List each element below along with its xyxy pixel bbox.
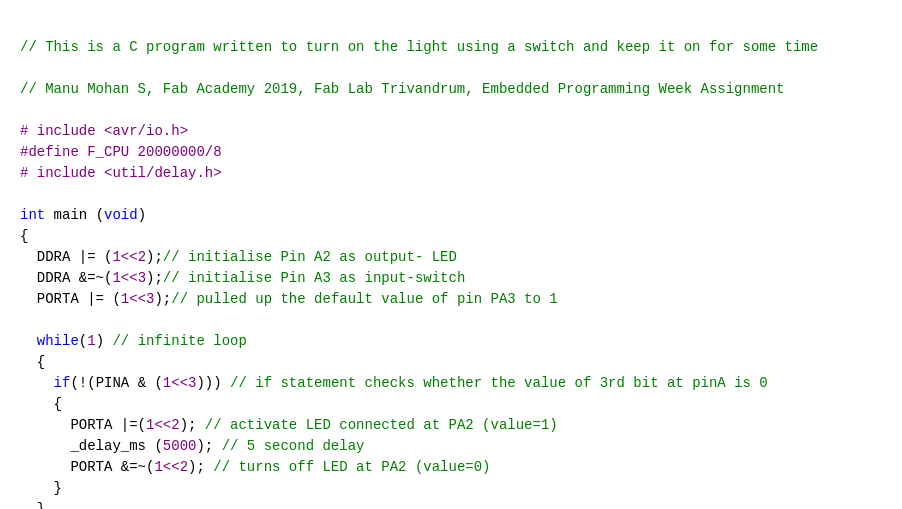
code-line	[20, 310, 882, 331]
plain-text: PORTA |=(	[20, 417, 146, 433]
code-line: PORTA &=~(1<<2); // turns off LED at PA2…	[20, 457, 882, 478]
plain-text: DDRA &=~(	[20, 270, 112, 286]
comment-text: // infinite loop	[112, 333, 246, 349]
plain-text: DDRA |= (	[20, 249, 112, 265]
comment-text: // This is a C program written to turn o…	[20, 39, 818, 55]
code-line: }	[20, 478, 882, 499]
code-line: // This is a C program written to turn o…	[20, 37, 882, 58]
plain-text: {	[20, 396, 62, 412]
plain-text: (!(PINA & (	[70, 375, 162, 391]
code-line: if(!(PINA & (1<<3))) // if statement che…	[20, 373, 882, 394]
code-line: # include <avr/io.h>	[20, 121, 882, 142]
code-line: {	[20, 352, 882, 373]
plain-text: );	[188, 459, 213, 475]
code-line: #define F_CPU 20000000/8	[20, 142, 882, 163]
code-line	[20, 58, 882, 79]
number-text: 1<<2	[146, 417, 180, 433]
plain-text: );	[146, 270, 163, 286]
code-line: int main (void)	[20, 205, 882, 226]
plain-text: );	[196, 438, 221, 454]
plain-text: {	[20, 354, 45, 370]
code-line	[20, 100, 882, 121]
preprocessor-text: # include <avr/io.h>	[20, 123, 188, 139]
plain-text	[20, 375, 54, 391]
number-text: 1	[87, 333, 95, 349]
comment-text: // 5 second delay	[222, 438, 365, 454]
keyword-text: if	[54, 375, 71, 391]
comment-text: // pulled up the default value of pin PA…	[171, 291, 557, 307]
code-line	[20, 184, 882, 205]
number-text: 1<<2	[112, 249, 146, 265]
number-text: 1<<3	[112, 270, 146, 286]
plain-text: }	[20, 501, 45, 509]
plain-text: );	[146, 249, 163, 265]
number-text: 1<<3	[163, 375, 197, 391]
plain-text: PORTA |= (	[20, 291, 121, 307]
code-line: DDRA |= (1<<2);// initialise Pin A2 as o…	[20, 247, 882, 268]
plain-text: )	[96, 333, 113, 349]
comment-text: // activate LED connected at PA2 (value=…	[205, 417, 558, 433]
code-line: }	[20, 499, 882, 509]
keyword-text: int	[20, 207, 45, 223]
comment-text: // Manu Mohan S, Fab Academy 2019, Fab L…	[20, 81, 785, 97]
number-text: 1<<2	[154, 459, 188, 475]
code-line: {	[20, 394, 882, 415]
number-text: 1<<3	[121, 291, 155, 307]
keyword-text: while	[37, 333, 79, 349]
keyword-text: void	[104, 207, 138, 223]
plain-text: )))	[196, 375, 230, 391]
code-line: PORTA |=(1<<2); // activate LED connecte…	[20, 415, 882, 436]
code-line: while(1) // infinite loop	[20, 331, 882, 352]
plain-text: }	[20, 480, 62, 496]
plain-text: main (	[45, 207, 104, 223]
code-line: PORTA |= (1<<3);// pulled up the default…	[20, 289, 882, 310]
code-line: # include <util/delay.h>	[20, 163, 882, 184]
preprocessor-text: # include <util/delay.h>	[20, 165, 222, 181]
plain-text: (	[79, 333, 87, 349]
plain-text: _delay_ms (	[20, 438, 163, 454]
code-line: DDRA &=~(1<<3);// initialise Pin A3 as i…	[20, 268, 882, 289]
code-line: // Manu Mohan S, Fab Academy 2019, Fab L…	[20, 79, 882, 100]
plain-text: );	[154, 291, 171, 307]
plain-text: )	[138, 207, 146, 223]
comment-text: // initialise Pin A2 as output- LED	[163, 249, 457, 265]
comment-text: // initialise Pin A3 as input-switch	[163, 270, 465, 286]
number-text: 5000	[163, 438, 197, 454]
comment-text: // turns off LED at PA2 (value=0)	[213, 459, 490, 475]
preprocessor-text: #define F_CPU 20000000/8	[20, 144, 222, 160]
plain-text	[20, 333, 37, 349]
plain-text: PORTA &=~(	[20, 459, 154, 475]
code-line: {	[20, 226, 882, 247]
code-editor: // This is a C program written to turn o…	[20, 16, 882, 509]
plain-text: {	[20, 228, 28, 244]
plain-text: );	[180, 417, 205, 433]
code-line: _delay_ms (5000); // 5 second delay	[20, 436, 882, 457]
comment-text: // if statement checks whether the value…	[230, 375, 768, 391]
